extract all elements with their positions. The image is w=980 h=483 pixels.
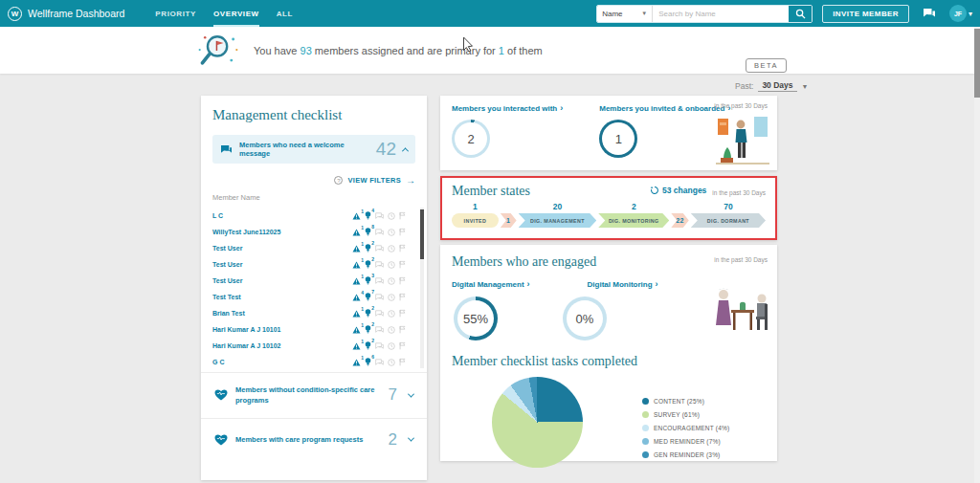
monitoring-engagement-ring: 0% xyxy=(563,296,607,340)
changes-link[interactable]: 53 changes xyxy=(650,186,706,195)
chevron-down-icon: ▾ xyxy=(969,10,972,18)
chat-icon[interactable] xyxy=(375,326,384,334)
group-row-program-requests[interactable]: Members with care program requests 2 xyxy=(212,419,415,461)
state-segment-invited[interactable]: INVITED xyxy=(452,213,499,228)
past-value[interactable]: 30 Days xyxy=(758,80,796,92)
view-filters-link[interactable]: VIEW FILTERS xyxy=(347,176,401,185)
lightbulb-icon[interactable]: 7 xyxy=(365,293,371,301)
search-input[interactable] xyxy=(653,6,789,22)
chat-icon[interactable] xyxy=(375,342,384,350)
user-menu[interactable]: JF ▾ xyxy=(949,5,972,22)
welcome-message-group-row[interactable]: Members who need a welcome message 42 xyxy=(212,135,415,164)
clock-icon[interactable] xyxy=(388,277,395,285)
page-scrollbar[interactable] xyxy=(974,27,980,483)
member-name-link[interactable]: Test User xyxy=(212,277,242,284)
lightbulb-icon[interactable]: 6 xyxy=(365,358,371,366)
flag-icon[interactable] xyxy=(399,244,406,252)
lightbulb-icon[interactable]: 2 xyxy=(365,260,371,269)
chat-icon[interactable] xyxy=(375,229,384,236)
search-filter-select[interactable]: Name ▼ xyxy=(597,6,653,22)
past-period-filter[interactable]: Past: 30 Days ▼ xyxy=(735,80,808,92)
member-name-link[interactable]: Brian Test xyxy=(212,310,245,317)
search-button[interactable] xyxy=(789,6,812,22)
clock-icon[interactable] xyxy=(388,229,395,236)
flag-icon[interactable] xyxy=(399,260,406,269)
clock-icon[interactable] xyxy=(388,359,395,366)
alert-triangle-icon[interactable]: 4 xyxy=(352,294,361,301)
member-name-link[interactable]: L C xyxy=(212,212,223,219)
member-name-link[interactable]: Hari Kumar A J 10101 xyxy=(212,326,280,333)
digital-monitoring-link[interactable]: Digital Monitoring› xyxy=(588,279,658,289)
flag-icon[interactable] xyxy=(399,293,406,301)
alert-triangle-icon[interactable]: 1 xyxy=(352,310,361,318)
flag-icon[interactable] xyxy=(399,228,406,236)
flag-icon[interactable] xyxy=(399,309,406,318)
lightbulb-icon[interactable]: 2 xyxy=(365,325,371,334)
tab-all[interactable]: ALL xyxy=(277,0,293,27)
alert-triangle-icon[interactable]: 1 xyxy=(352,277,361,285)
pie-legend: CONTENT (25%)SURVEY (61%)ENCOURAGEMENT (… xyxy=(642,398,729,468)
flag-icon[interactable] xyxy=(399,211,406,220)
chat-icon[interactable] xyxy=(375,359,384,366)
chat-icon[interactable] xyxy=(375,310,384,318)
member-name-link[interactable]: G C xyxy=(212,359,224,365)
member-name-link[interactable]: Test Test xyxy=(212,294,241,300)
flag-icon[interactable] xyxy=(399,325,406,334)
clock-icon[interactable] xyxy=(388,294,395,301)
clock-icon[interactable] xyxy=(388,326,395,334)
digital-management-link[interactable]: Digital Management› xyxy=(452,279,530,289)
chat-icon[interactable] xyxy=(375,294,384,301)
alert-triangle-icon[interactable]: 1 xyxy=(352,212,361,220)
invite-member-button[interactable]: INVITE MEMBER xyxy=(822,5,909,23)
lightbulb-icon[interactable]: 2 xyxy=(365,309,371,318)
tab-overview[interactable]: OVERVIEW xyxy=(213,0,259,27)
alert-triangle-icon[interactable]: 1 xyxy=(352,261,361,269)
list-scrollbar[interactable] xyxy=(420,208,424,368)
onboarded-count: 1 xyxy=(599,120,637,158)
chevron-down-icon: ▼ xyxy=(641,11,647,16)
clock-icon[interactable] xyxy=(388,261,395,269)
clock-icon[interactable] xyxy=(388,245,395,252)
page-scrollbar-thumb[interactable] xyxy=(974,29,980,98)
onboarded-link[interactable]: Members you invited & onboarded› xyxy=(599,103,730,113)
alert-triangle-icon[interactable]: 1 xyxy=(352,326,361,334)
lightbulb-icon[interactable]: 4 xyxy=(365,211,371,220)
flag-icon[interactable] xyxy=(399,358,406,366)
interacted-link[interactable]: Members you interacted with› xyxy=(452,103,563,113)
alert-triangle-icon[interactable]: 1 xyxy=(352,342,361,350)
member-name-link[interactable]: Hari Kumar A J 10102 xyxy=(212,342,280,349)
member-name-link[interactable]: Test User xyxy=(212,245,242,252)
chat-icon[interactable] xyxy=(375,212,384,220)
tab-priority[interactable]: PRIORITY xyxy=(155,0,196,27)
state-segment-dig-dormant[interactable]: DIG. DORMANT xyxy=(691,213,766,228)
brand-logo[interactable]: W Wellframe Dashboard xyxy=(8,7,124,21)
flag-icon[interactable] xyxy=(399,276,406,285)
member-row: L C 1 4 xyxy=(212,208,415,224)
alert-triangle-icon[interactable]: 1 xyxy=(352,229,361,236)
alert-triangle-icon[interactable]: 1 xyxy=(352,359,361,366)
alert-triangle-icon[interactable]: 1 xyxy=(352,245,361,252)
clock-icon[interactable] xyxy=(388,310,395,318)
member-name-link[interactable]: WillyTest June112025 xyxy=(212,229,280,235)
lightbulb-icon[interactable]: 2 xyxy=(365,341,371,350)
lightbulb-icon[interactable]: 8 xyxy=(365,228,371,236)
chat-icon[interactable] xyxy=(375,261,384,269)
chat-icon[interactable] xyxy=(375,245,384,252)
member-name-link[interactable]: Test User xyxy=(212,261,242,268)
flag-icon[interactable] xyxy=(399,341,406,350)
clock-icon[interactable] xyxy=(388,212,395,220)
arrow-right-icon[interactable]: → xyxy=(406,175,415,186)
member-row: Hari Kumar A J 10102 1 2 xyxy=(212,338,415,354)
lightbulb-icon[interactable]: 2 xyxy=(365,244,371,252)
state-segment-dig-management[interactable]: DIG. MANAGEMENT xyxy=(519,213,597,228)
avatar[interactable]: JF xyxy=(949,5,967,22)
info-icon[interactable]: ? xyxy=(334,176,343,185)
clock-icon[interactable] xyxy=(388,342,395,350)
lightbulb-icon[interactable]: 3 xyxy=(365,276,371,285)
group-row-care-programs[interactable]: Members without condition-specific care … xyxy=(212,373,415,418)
messages-icon[interactable] xyxy=(923,8,936,19)
chat-icon[interactable] xyxy=(375,277,384,285)
legend-dot xyxy=(642,438,649,445)
state-segment-dig-monitoring[interactable]: DIG. MONITORING xyxy=(598,213,669,228)
list-scrollbar-thumb[interactable] xyxy=(420,209,424,259)
